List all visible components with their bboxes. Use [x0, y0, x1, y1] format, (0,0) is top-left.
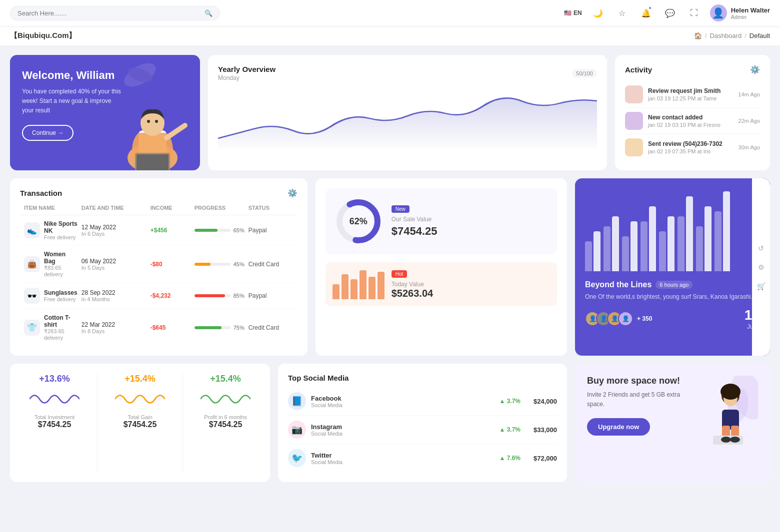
- chat-icon[interactable]: 💬: [662, 5, 678, 21]
- breadcrumb-dashboard[interactable]: Dashboard: [710, 32, 742, 39]
- wave-2: [115, 389, 165, 409]
- activity-settings-icon[interactable]: ⚙️: [750, 65, 760, 74]
- social-info: Instagram Social Media: [311, 423, 342, 437]
- item-income: -$645: [150, 324, 190, 331]
- social-platform-icon: 🐦: [288, 449, 306, 467]
- social-rows: 📘 Facebook Social Media ▲ 3.7% $24,000 📷…: [288, 387, 557, 472]
- main-content: Welcome, William You have completed 40% …: [0, 46, 780, 491]
- fullscreen-icon[interactable]: ⛶: [686, 5, 702, 21]
- donut-label: 62%: [350, 216, 368, 227]
- transaction-settings-icon[interactable]: ⚙️: [288, 188, 298, 198]
- item-progress: 65%: [194, 227, 244, 233]
- stat-label-3: Profit in 6 months: [191, 414, 260, 420]
- yearly-badge: 50/100: [572, 69, 597, 78]
- stat-value-1: $7454.25: [20, 420, 89, 429]
- social-pct: ▲ 7.6%: [499, 455, 520, 462]
- th-status: Status: [248, 205, 294, 211]
- plus-more: + 350: [637, 315, 652, 322]
- wave-1: [30, 389, 80, 409]
- star-icon[interactable]: ☆: [614, 5, 630, 21]
- item-name: Nike Sports NK: [44, 220, 78, 234]
- stat-pct-1: +13.6%: [20, 374, 89, 384]
- item-sub: ₹83.65 delivery: [44, 265, 78, 277]
- bar-4: [360, 270, 366, 299]
- stat-gain: +15.4% Total Gain $7454.25: [106, 374, 174, 472]
- donut-chart: 62%: [334, 196, 384, 246]
- item-date: 22 Mar 2022 In 8 Days: [82, 321, 146, 334]
- item-date: 28 Sep 2022 in 4 Months: [82, 289, 146, 302]
- social-row: 📷 Instagram Social Media ▲ 3.7% $33,000: [288, 416, 557, 444]
- item-progress: 75%: [194, 325, 244, 331]
- activity-sub-text: jan 02 19 07:35 PM at Iris: [648, 148, 734, 154]
- item-info: 🕶️ Sunglasses Free delivery: [24, 288, 78, 304]
- stat-profit: +15.4% Profit in 6 months $7454.25: [191, 374, 260, 472]
- row-3: +13.6% Total Investment $7454.25 +15.4% …: [10, 364, 770, 482]
- beyond-card: Beyond the Lines 6 hours ago One Of the …: [575, 178, 770, 356]
- item-income: -$80: [150, 261, 190, 268]
- home-icon[interactable]: 🏠: [694, 32, 702, 39]
- upgrade-button[interactable]: Upgrade now: [587, 418, 650, 436]
- social-platform-icon: 📷: [288, 421, 306, 439]
- today-info: Hot Today Value $5263.04: [392, 270, 433, 299]
- item-sub: Free delivery: [44, 234, 78, 240]
- bar-3: [350, 279, 358, 299]
- stat-pct-2: +15.4%: [106, 374, 174, 384]
- breadcrumb-default: Default: [750, 32, 770, 39]
- continue-button[interactable]: Continue →: [22, 125, 74, 141]
- brand-logo: 【Biqubiqu.Com】: [10, 31, 76, 40]
- th-date: Date and Time: [82, 205, 146, 211]
- buyspace-description: Invite 2 Friends and get 5 GB extra spac…: [587, 390, 685, 409]
- notifications-button[interactable]: 🔔: [638, 5, 654, 21]
- side-icon-settings[interactable]: ⚙: [754, 260, 768, 274]
- social-row: 📘 Facebook Social Media ▲ 3.7% $24,000: [288, 387, 557, 416]
- svg-rect-8: [136, 154, 168, 170]
- stat-pct-3: +15.4%: [191, 374, 260, 384]
- item-name: Women Bag: [44, 251, 78, 265]
- stat-investment: +13.6% Total Investment $7454.25: [20, 374, 89, 472]
- search-box[interactable]: 🔍: [10, 6, 220, 20]
- svg-point-6: [155, 120, 158, 123]
- today-value-section: Hot Today Value $5263.04: [326, 262, 557, 306]
- yearly-overview-card: Yearly Overview Monday 50/100: [208, 55, 607, 170]
- activity-time: 14m Ago: [738, 91, 760, 97]
- bar-6: [378, 272, 384, 299]
- activity-sub-text: jan 03 19 12:25 PM at Tame: [648, 95, 734, 101]
- search-input[interactable]: [18, 9, 204, 17]
- item-income: +$456: [150, 227, 190, 234]
- yearly-subtitle: Monday: [218, 74, 276, 81]
- side-icon-refresh[interactable]: ↺: [754, 241, 768, 255]
- social-pct: ▲ 3.7%: [499, 398, 520, 405]
- social-pct: ▲ 3.7%: [499, 426, 520, 433]
- social-amount: $72,000: [534, 455, 557, 462]
- sale-amount: $7454.25: [392, 225, 438, 238]
- buyspace-title: Buy more space now!: [587, 376, 685, 386]
- dark-mode-toggle[interactable]: 🌙: [590, 5, 606, 21]
- item-sub: ₹283.65 delivery: [44, 328, 78, 341]
- social-platform-icon: 📘: [288, 392, 306, 410]
- social-info: Facebook Social Media: [311, 395, 342, 408]
- item-info: 👜 Women Bag ₹83.65 delivery: [24, 251, 78, 277]
- top-nav: 🔍 🇺🇸 EN 🌙 ☆ 🔔 💬 ⛶ 👤 Helen Walter Admin: [0, 0, 780, 26]
- transaction-card: Transaction ⚙️ Item Name Date and Time I…: [10, 178, 308, 356]
- row-1: Welcome, William You have completed 40% …: [10, 55, 770, 170]
- user-profile[interactable]: 👤 Helen Walter Admin: [710, 4, 770, 21]
- user-role: Admin: [731, 14, 770, 20]
- item-date: 06 May 2022 In 5 Days: [82, 258, 146, 271]
- nav-right: 🇺🇸 EN 🌙 ☆ 🔔 💬 ⛶ 👤 Helen Walter Admin: [564, 4, 770, 21]
- item-icon: 👜: [24, 256, 40, 272]
- item-status: Paypal: [248, 227, 294, 234]
- activity-thumb: [625, 138, 643, 156]
- sale-value-section: 62% New Our Sale Value $7454.25: [326, 188, 557, 254]
- th-income: Income: [150, 205, 190, 211]
- item-icon: 👟: [24, 222, 40, 238]
- beyond-title: Beyond the Lines: [585, 280, 652, 289]
- language-selector[interactable]: 🇺🇸 EN: [564, 9, 582, 16]
- item-status: Credit Card: [248, 324, 294, 331]
- side-icon-cart[interactable]: 🛒: [754, 279, 768, 293]
- item-info: 👟 Nike Sports NK Free delivery: [24, 220, 78, 240]
- beyond-bar-chart: [585, 188, 760, 273]
- sale-card: 62% New Our Sale Value $7454.25: [316, 178, 567, 356]
- activity-card: Activity ⚙️ Review request jim Smith jan…: [615, 55, 770, 170]
- item-name: Sunglasses: [44, 289, 78, 296]
- activity-title-text: New contact added: [648, 114, 734, 121]
